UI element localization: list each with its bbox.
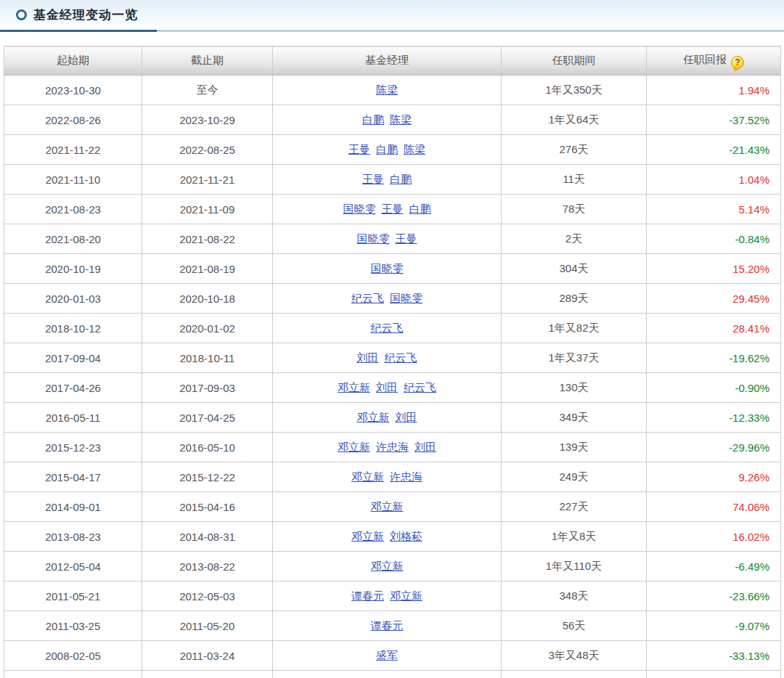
managers-cell: 纪云飞国晓雯 (273, 284, 502, 314)
manager-link[interactable]: 许忠海 (390, 470, 422, 483)
manager-link[interactable]: 许忠海 (376, 441, 409, 453)
manager-link[interactable]: 邓立新 (357, 411, 390, 423)
start-date-cell: 2021-08-23 (4, 195, 142, 224)
manager-link[interactable]: 谭春元 (351, 589, 384, 602)
start-date-cell: 2018-10-12 (4, 314, 142, 343)
manager-link[interactable]: 国晓雯 (343, 203, 376, 215)
table-row: 2021-08-202021-08-22国晓雯王曼2天-0.84% (4, 224, 781, 254)
return-cell: -33.13% (647, 641, 781, 671)
end-date-cell: 2023-10-29 (142, 105, 273, 135)
manager-link[interactable]: 王曼 (348, 143, 370, 155)
manager-link[interactable]: 国晓雯 (357, 232, 390, 245)
manager-link[interactable]: 邓立新 (371, 560, 404, 572)
end-date-cell: 2018-10-11 (142, 343, 273, 373)
tenure-cell: 56天 (502, 611, 647, 641)
start-date-cell: 2012-05-04 (4, 552, 142, 581)
manager-link[interactable]: 邓立新 (390, 589, 422, 602)
end-date-cell: 2011-03-24 (142, 641, 273, 671)
question-mark-icon[interactable]: ? (731, 56, 744, 69)
manager-link[interactable]: 白鹏 (362, 113, 384, 126)
manager-link[interactable]: 王曼 (382, 203, 404, 215)
start-date-cell: 2015-04-17 (4, 462, 142, 492)
manager-link[interactable]: 白鹏 (376, 143, 398, 155)
manager-link[interactable]: 刘田 (396, 411, 417, 423)
start-date-cell: 2013-08-23 (4, 522, 142, 552)
manager-link[interactable]: 刘格菘 (390, 530, 422, 542)
manager-link[interactable]: 国晓雯 (390, 292, 422, 304)
managers-cell: 谭春元 (273, 611, 502, 641)
tenure-cell: 349天 (502, 403, 647, 433)
manager-link[interactable]: 国晓雯 (371, 262, 404, 274)
managers-cell: 邓立新刘格菘 (273, 522, 502, 552)
manager-link[interactable]: 刘田 (357, 351, 379, 364)
table-row: 2007-08-172008-02-04彭旭171天9.19% (4, 671, 781, 678)
manager-link[interactable]: 纪云飞 (404, 381, 436, 393)
manager-link[interactable]: 纪云飞 (385, 351, 417, 364)
return-cell: 9.19% (647, 671, 781, 678)
managers-cell: 王曼白鹏 (273, 165, 502, 195)
start-date-cell: 2011-05-21 (4, 581, 142, 611)
manager-link[interactable]: 邓立新 (338, 441, 370, 453)
end-date-cell: 2021-11-21 (142, 165, 273, 195)
manager-link[interactable]: 陈梁 (376, 83, 398, 96)
manager-link[interactable]: 邓立新 (338, 381, 370, 393)
manager-link[interactable]: 邓立新 (351, 470, 384, 483)
tenure-cell: 1年又8天 (502, 522, 647, 552)
end-date-cell: 2011-05-20 (142, 611, 273, 641)
manager-link[interactable]: 邓立新 (351, 530, 384, 542)
end-date-cell: 2021-11-09 (142, 195, 273, 224)
managers-cell: 邓立新刘田 (273, 403, 502, 433)
manager-link[interactable]: 纪云飞 (351, 292, 384, 304)
tenure-cell: 3年又48天 (502, 641, 647, 671)
tenure-cell: 2天 (502, 224, 647, 254)
end-date-cell: 2012-05-03 (142, 581, 273, 611)
managers-cell: 彭旭 (273, 671, 502, 678)
tenure-cell: 1年又64天 (502, 105, 647, 135)
return-cell: 5.14% (647, 195, 781, 224)
manager-link[interactable]: 谭春元 (371, 619, 404, 632)
page-title: 基金经理变动一览 (33, 7, 138, 23)
tenure-cell: 171天 (502, 671, 647, 678)
return-cell: 29.45% (647, 284, 781, 314)
manager-link[interactable]: 陈梁 (404, 143, 425, 155)
managers-cell: 邓立新刘田纪云飞 (273, 373, 502, 403)
end-date-cell: 2014-08-31 (142, 522, 273, 552)
manager-link[interactable]: 刘田 (415, 441, 436, 453)
manager-link[interactable]: 邓立新 (371, 500, 404, 512)
col-header-end-date: 截止期 (142, 46, 273, 75)
manager-link[interactable]: 白鹏 (390, 173, 412, 185)
start-date-cell: 2008-02-05 (4, 641, 142, 671)
manager-link[interactable]: 刘田 (376, 381, 398, 393)
managers-cell: 国晓雯 (273, 254, 502, 284)
table-row: 2021-11-222022-08-25王曼白鹏陈梁276天-21.43% (4, 135, 781, 165)
end-date-cell: 2017-09-03 (142, 373, 273, 403)
end-date-cell: 2021-08-19 (142, 254, 273, 284)
table-row: 2012-05-042013-08-22邓立新1年又110天-6.49% (4, 552, 781, 581)
return-cell: 1.04% (647, 165, 781, 195)
manager-link[interactable]: 盛军 (376, 649, 398, 661)
manager-link[interactable]: 白鹏 (409, 203, 431, 215)
return-cell: -37.52% (647, 105, 781, 135)
end-date-cell: 2015-12-22 (142, 462, 273, 492)
managers-cell: 邓立新许忠海刘田 (273, 433, 502, 462)
tenure-cell: 289天 (502, 284, 647, 314)
manager-link[interactable]: 陈梁 (390, 113, 412, 126)
tenure-cell: 139天 (502, 433, 647, 462)
manager-link[interactable]: 王曼 (396, 232, 417, 245)
end-date-cell: 2020-01-02 (142, 314, 273, 343)
tenure-cell: 130天 (502, 373, 647, 403)
manager-link[interactable]: 王曼 (362, 173, 384, 185)
return-cell: -6.49% (647, 552, 781, 581)
table-row: 2011-05-212012-05-03谭春元邓立新348天-23.66% (4, 581, 781, 611)
managers-cell: 陈梁 (273, 75, 502, 105)
start-date-cell: 2023-10-30 (4, 75, 142, 105)
table-row: 2021-11-102021-11-21王曼白鹏11天1.04% (4, 165, 781, 195)
table-row: 2008-02-052011-03-24盛军3年又48天-33.13% (4, 641, 781, 671)
col-header-return-label: 任职回报 (683, 53, 727, 65)
circle-icon (16, 9, 27, 20)
return-cell: -29.96% (647, 433, 781, 462)
col-header-tenure: 任职期间 (502, 46, 647, 75)
table-row: 2022-08-262023-10-29白鹏陈梁1年又64天-37.52% (4, 105, 781, 135)
manager-link[interactable]: 纪云飞 (371, 322, 404, 334)
section-header: 基金经理变动一览 (0, 0, 784, 30)
